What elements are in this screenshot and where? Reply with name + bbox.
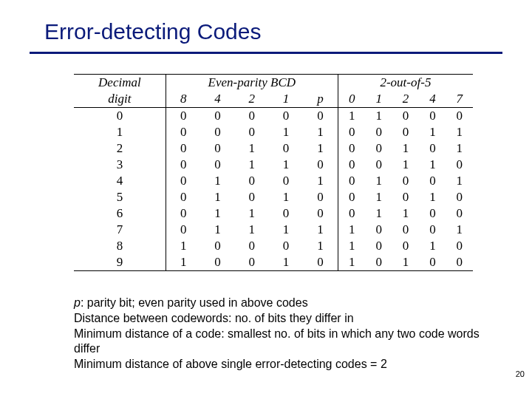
cell-digit: 3 (74, 157, 166, 173)
cell-t: 1 (446, 124, 473, 140)
cell-bcd-p: 1 (303, 238, 338, 254)
cell-t: 1 (419, 157, 446, 173)
cell-bcd: 0 (235, 108, 269, 125)
cell-digit: 9 (74, 254, 166, 271)
cell-bcd: 0 (269, 173, 303, 189)
note-line-4: Minimum distance of above single error-d… (74, 357, 488, 372)
cell-bcd-p: 1 (303, 222, 338, 238)
col-sub-bcd-1: 1 (269, 91, 303, 108)
col-sub-bcd-8: 8 (166, 91, 200, 108)
cell-t: 0 (419, 254, 446, 271)
col-header-bcd: Even-parity BCD (166, 75, 338, 92)
cell-t: 0 (338, 157, 365, 173)
codes-table: Decimal Even-parity BCD 2-out-of-5 digit… (74, 74, 473, 271)
cell-t: 0 (366, 124, 392, 140)
cell-bcd: 0 (201, 124, 235, 140)
codes-table-wrapper: Decimal Even-parity BCD 2-out-of-5 digit… (74, 74, 473, 271)
cell-t: 0 (338, 140, 365, 157)
cell-bcd-p: 1 (303, 124, 338, 140)
cell-t: 1 (366, 189, 392, 205)
cell-digit: 7 (74, 222, 166, 238)
cell-t: 0 (392, 222, 419, 238)
cell-t: 0 (446, 189, 473, 205)
cell-bcd-p: 1 (303, 140, 338, 157)
cell-bcd: 0 (166, 140, 200, 157)
cell-bcd: 0 (235, 124, 269, 140)
cell-t: 0 (446, 108, 473, 125)
cell-digit: 8 (74, 238, 166, 254)
cell-bcd: 1 (235, 157, 269, 173)
cell-bcd: 1 (166, 238, 200, 254)
cell-digit: 6 (74, 205, 166, 222)
cell-bcd: 0 (166, 222, 200, 238)
col-sub-bcd-p: p (303, 91, 338, 108)
cell-bcd: 1 (269, 222, 303, 238)
table-row: 9 1 0 0 1 0 1 0 1 0 0 (74, 254, 473, 271)
col-sub-t-7: 7 (446, 91, 473, 108)
cell-t: 0 (419, 205, 446, 222)
table-row: 6 0 1 1 0 0 0 1 1 0 0 (74, 205, 473, 222)
cell-t: 0 (392, 189, 419, 205)
table-row: 7 0 1 1 1 1 1 0 0 0 1 (74, 222, 473, 238)
cell-t: 0 (446, 205, 473, 222)
cell-t: 1 (366, 173, 392, 189)
table-row: 8 1 0 0 0 1 1 0 0 1 0 (74, 238, 473, 254)
cell-bcd-p: 0 (303, 189, 338, 205)
cell-bcd: 1 (235, 222, 269, 238)
cell-bcd: 1 (269, 189, 303, 205)
cell-bcd: 1 (201, 205, 235, 222)
cell-bcd: 0 (166, 124, 200, 140)
cell-t: 1 (446, 140, 473, 157)
table-row: 1 0 0 0 1 1 0 0 0 1 1 (74, 124, 473, 140)
cell-bcd: 1 (269, 254, 303, 271)
cell-t: 0 (392, 173, 419, 189)
cell-t: 0 (366, 254, 392, 271)
cell-digit: 2 (74, 140, 166, 157)
cell-bcd: 1 (235, 140, 269, 157)
cell-t: 1 (392, 157, 419, 173)
cell-t: 1 (338, 254, 365, 271)
cell-bcd: 1 (269, 124, 303, 140)
cell-t: 0 (392, 124, 419, 140)
note-line-1: p: parity bit; even parity used in above… (74, 296, 488, 311)
cell-t: 0 (338, 205, 365, 222)
cell-t: 0 (419, 140, 446, 157)
cell-t: 0 (446, 238, 473, 254)
col-sub-t-0: 0 (338, 91, 365, 108)
cell-t: 0 (392, 108, 419, 125)
cell-bcd: 1 (269, 157, 303, 173)
cell-bcd: 0 (235, 173, 269, 189)
cell-t: 0 (338, 189, 365, 205)
col-sub-bcd-4: 4 (201, 91, 235, 108)
cell-bcd: 0 (269, 140, 303, 157)
table-row: 2 0 0 1 0 1 0 0 1 0 1 (74, 140, 473, 157)
col-sub-t-4: 4 (419, 91, 446, 108)
table-body: 0 0 0 0 0 0 1 1 0 0 0 1 0 0 0 1 1 0 0 (74, 108, 473, 271)
slide-title: Error-detecting Codes (44, 19, 261, 44)
note-line-2: Distance between codewords: no. of bits … (74, 311, 488, 327)
cell-t: 0 (338, 124, 365, 140)
cell-t: 0 (419, 222, 446, 238)
cell-t: 0 (419, 173, 446, 189)
cell-bcd-p: 0 (303, 157, 338, 173)
cell-bcd: 1 (166, 254, 200, 271)
cell-bcd: 0 (201, 254, 235, 271)
cell-bcd: 0 (269, 205, 303, 222)
cell-t: 0 (366, 140, 392, 157)
cell-bcd: 0 (166, 205, 200, 222)
col-header-decimal: Decimal (74, 75, 166, 92)
cell-bcd: 0 (201, 108, 235, 125)
cell-t: 0 (366, 238, 392, 254)
table-row: 0 0 0 0 0 0 1 1 0 0 0 (74, 108, 473, 125)
col-sub-bcd-2: 2 (235, 91, 269, 108)
page-number: 20 (516, 369, 525, 378)
col-header-2of5: 2-out-of-5 (338, 75, 473, 92)
cell-t: 0 (419, 108, 446, 125)
cell-t: 1 (392, 254, 419, 271)
table-row: 4 0 1 0 0 1 0 1 0 0 1 (74, 173, 473, 189)
cell-t: 0 (338, 173, 365, 189)
cell-t: 0 (366, 222, 392, 238)
cell-bcd: 1 (235, 205, 269, 222)
cell-t: 0 (446, 157, 473, 173)
cell-bcd: 0 (166, 189, 200, 205)
